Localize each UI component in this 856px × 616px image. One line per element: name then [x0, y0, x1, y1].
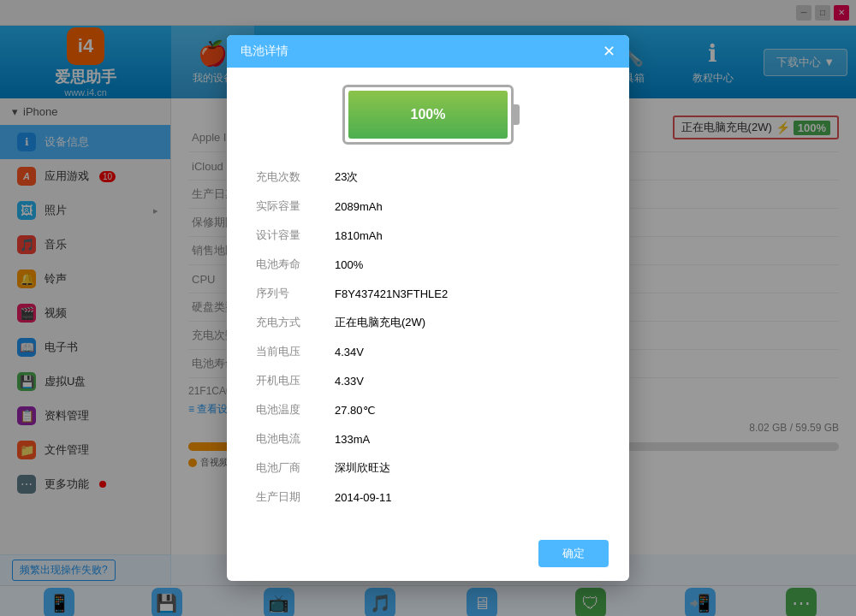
table-row: 当前电压 4.34V [249, 338, 607, 365]
dialog-footer: 确定 [227, 530, 629, 581]
table-row: 开机电压 4.33V [249, 367, 607, 394]
dialog-title: 电池详情 [241, 44, 288, 59]
current-voltage-value: 4.34V [328, 338, 607, 365]
table-row: 实际容量 2089mAh [249, 192, 607, 220]
manufacturer-label: 电池厂商 [249, 454, 326, 482]
charge-mode-label: 充电方式 [249, 309, 326, 336]
battery-visual: 100% [247, 85, 609, 145]
dialog-info-table: 充电次数 23次 实际容量 2089mAh 设计容量 1810mAh 电池寿命 … [247, 162, 609, 512]
design-cap-value: 1810mAh [328, 222, 607, 249]
battery-life-dlg-label: 电池寿命 [249, 251, 326, 278]
dialog-body: 100% 充电次数 23次 实际容量 2089mAh 设计容量 1810mAh [227, 68, 629, 530]
battery-detail-dialog: 电池详情 ✕ 100% 充电次数 23次 实际容量 2089mAh [227, 35, 629, 581]
table-row: 电池电流 133mA [249, 425, 607, 453]
table-row: 序列号 F8Y437421N3FTHLE2 [249, 280, 607, 307]
table-row: 充电次数 23次 [249, 163, 607, 191]
table-row: 电池厂商 深圳欣旺达 [249, 454, 607, 482]
charge-mode-value: 正在电脑充电(2W) [328, 309, 607, 336]
actual-cap-label: 实际容量 [249, 192, 326, 220]
manufacturer-value: 深圳欣旺达 [328, 454, 607, 482]
battery-fill: 100% [348, 91, 508, 139]
actual-cap-value: 2089mAh [328, 192, 607, 220]
table-row: 电池寿命 100% [249, 251, 607, 278]
boot-voltage-label: 开机电压 [249, 367, 326, 394]
battery-pct-display: 100% [411, 107, 446, 122]
battery-outer: 100% [342, 85, 514, 145]
charge-count-dlg-value: 23次 [328, 163, 607, 191]
serial-label: 序列号 [249, 280, 326, 307]
design-cap-label: 设计容量 [249, 222, 326, 249]
dialog-close-button[interactable]: ✕ [603, 44, 615, 59]
table-row: 电池温度 27.80℃ [249, 396, 607, 424]
current-value: 133mA [328, 425, 607, 453]
battery-tip [513, 104, 520, 125]
table-row: 设计容量 1810mAh [249, 222, 607, 249]
battery-life-dlg-value: 100% [328, 251, 607, 278]
table-row: 充电方式 正在电脑充电(2W) [249, 309, 607, 336]
temp-value: 27.80℃ [328, 396, 607, 424]
prod-date-value: 2014-09-11 [328, 483, 607, 511]
current-label: 电池电流 [249, 425, 326, 453]
dialog-header: 电池详情 ✕ [227, 35, 629, 68]
prod-date-label: 生产日期 [249, 483, 326, 511]
boot-voltage-value: 4.33V [328, 367, 607, 394]
temp-label: 电池温度 [249, 396, 326, 424]
dialog-confirm-button[interactable]: 确定 [538, 540, 609, 567]
charge-count-dlg-label: 充电次数 [249, 163, 326, 191]
dialog-overlay: 电池详情 ✕ 100% 充电次数 23次 实际容量 2089mAh [0, 0, 856, 616]
table-row: 生产日期 2014-09-11 [249, 483, 607, 511]
current-voltage-label: 当前电压 [249, 338, 326, 365]
serial-value: F8Y437421N3FTHLE2 [328, 280, 607, 307]
